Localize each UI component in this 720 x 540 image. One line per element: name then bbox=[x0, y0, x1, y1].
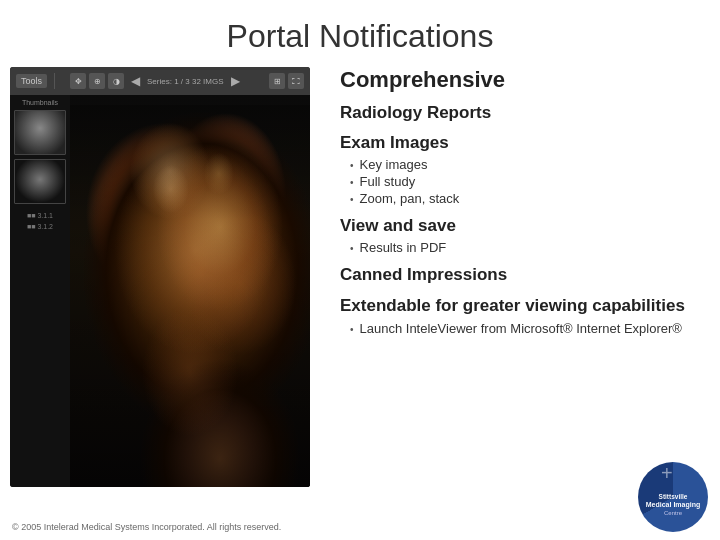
view-save-heading: View and save bbox=[340, 216, 700, 236]
company-logo: Stittsville Medical Imaging Centre bbox=[638, 462, 708, 532]
viewer-controls: ✥ ⊕ ◑ bbox=[70, 73, 124, 89]
list-item: • Launch InteleViewer from Microsoft® In… bbox=[350, 321, 700, 336]
bullet-icon: • bbox=[350, 160, 354, 171]
logo-text: Stittsville Medical Imaging Centre bbox=[646, 493, 700, 516]
radiology-reports-heading: Radiology Reports bbox=[340, 103, 700, 123]
toolbar-divider bbox=[54, 73, 55, 89]
bullet-icon: • bbox=[350, 194, 354, 205]
logo-line4: Centre bbox=[646, 510, 700, 517]
page-title: Portal Notifications bbox=[0, 0, 720, 67]
exam-images-list: • Key images • Full study • Zoom, pan, s… bbox=[340, 157, 700, 206]
pan-icon[interactable]: ✥ bbox=[70, 73, 86, 89]
bullet-text: Zoom, pan, stack bbox=[360, 191, 460, 206]
series-label-1: ■■ 3.1.1 bbox=[14, 212, 66, 219]
series-label-2: ■■ 3.1.2 bbox=[14, 223, 66, 230]
exam-images-heading: Exam Images bbox=[340, 133, 700, 153]
logo-cross-icon bbox=[666, 470, 680, 484]
thumbnails-label: Thumbnails bbox=[14, 99, 66, 106]
right-content-panel: Comprehensive Radiology Reports Exam Ima… bbox=[320, 67, 720, 527]
bullet-text: Results in PDF bbox=[360, 240, 447, 255]
copyright-text: © 2005 Intelerad Medical Systems Incorpo… bbox=[12, 522, 281, 532]
logo-line2: Medical Imaging bbox=[646, 501, 700, 509]
viewer-toolbar: Tools ✥ ⊕ ◑ ◀ Series: 1 / 3 32 IMGS ▶ ⊞ … bbox=[10, 67, 310, 95]
bullet-text: Full study bbox=[360, 174, 416, 189]
layout-icon[interactable]: ⊞ bbox=[269, 73, 285, 89]
canned-impressions-heading: Canned Impressions bbox=[340, 265, 700, 285]
fullscreen-icon[interactable]: ⛶ bbox=[288, 73, 304, 89]
list-item: • Full study bbox=[350, 174, 700, 189]
zoom-icon[interactable]: ⊕ bbox=[89, 73, 105, 89]
bullet-text: Launch InteleViewer from Microsoft® Inte… bbox=[360, 321, 682, 336]
viewer-panel: Tools ✥ ⊕ ◑ ◀ Series: 1 / 3 32 IMGS ▶ ⊞ … bbox=[10, 67, 320, 497]
bullet-text: Key images bbox=[360, 157, 428, 172]
list-item: • Results in PDF bbox=[350, 240, 700, 255]
footer: © 2005 Intelerad Medical Systems Incorpo… bbox=[12, 462, 708, 532]
tools-button[interactable]: Tools bbox=[16, 74, 47, 88]
prev-arrow[interactable]: ◀ bbox=[128, 74, 143, 88]
radiology-viewer: Tools ✥ ⊕ ◑ ◀ Series: 1 / 3 32 IMGS ▶ ⊞ … bbox=[10, 67, 310, 487]
series-info: Series: 1 / 3 32 IMGS bbox=[147, 77, 223, 86]
list-item: • Key images bbox=[350, 157, 700, 172]
viewer-body: Thumbnails ■■ 3.1.1 ■■ 3.1.2 bbox=[10, 95, 310, 487]
comprehensive-heading: Comprehensive bbox=[340, 67, 700, 93]
window-icon[interactable]: ◑ bbox=[108, 73, 124, 89]
list-item: • Zoom, pan, stack bbox=[350, 191, 700, 206]
next-arrow[interactable]: ▶ bbox=[228, 74, 243, 88]
view-save-list: • Results in PDF bbox=[340, 240, 700, 255]
thumbnail-2[interactable] bbox=[14, 159, 66, 204]
main-image bbox=[70, 95, 310, 487]
bullet-icon: • bbox=[350, 324, 354, 335]
logo-line1: Stittsville bbox=[646, 493, 700, 501]
extendable-heading: Extendable for greater viewing capabilit… bbox=[340, 295, 700, 317]
extendable-list: • Launch InteleViewer from Microsoft® In… bbox=[340, 321, 700, 336]
image-overlay bbox=[70, 105, 310, 487]
bullet-icon: • bbox=[350, 177, 354, 188]
bullet-icon: • bbox=[350, 243, 354, 254]
thumbnails-panel: Thumbnails ■■ 3.1.1 ■■ 3.1.2 bbox=[10, 95, 70, 487]
thumbnail-1[interactable] bbox=[14, 110, 66, 155]
